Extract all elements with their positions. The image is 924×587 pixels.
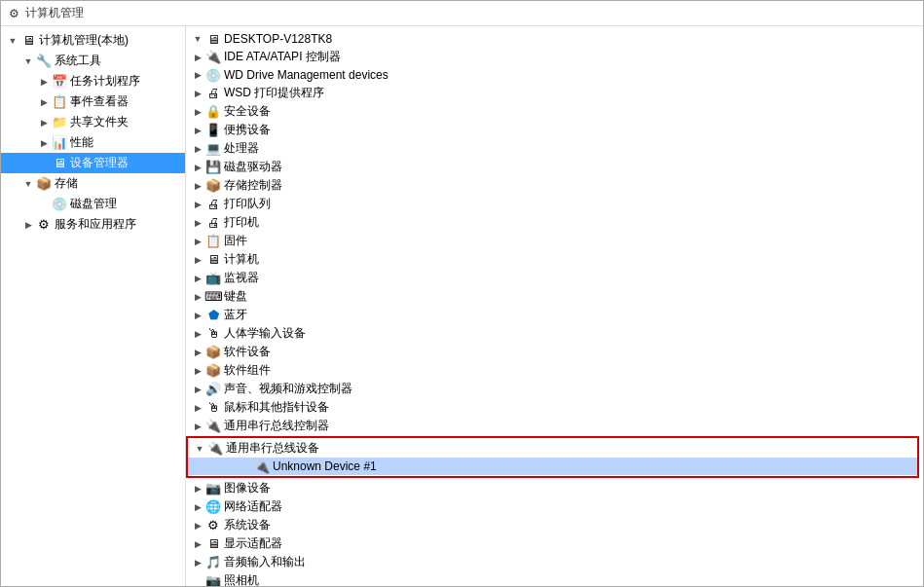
content-area: ▼ 🖥 计算机管理(本地) ▼ 🔧 系统工具 ▶ 📅 任务计划程序 ▶ 📋 事件… (1, 26, 923, 586)
ide-expand: ▶ (190, 50, 205, 65)
right-item-processor[interactable]: ▶ 💻 处理器 (186, 139, 923, 158)
storage-icon: 📦 (36, 176, 52, 192)
right-item-monitor[interactable]: ▶ 📺 监视器 (186, 269, 923, 287)
sound-expand: ▶ (190, 382, 205, 397)
camera-label: 照相机 (224, 572, 259, 586)
right-item-ide[interactable]: ▶ 🔌 IDE ATA/ATAPI 控制器 (186, 48, 923, 66)
printer-icon: 🖨 (205, 215, 221, 231)
security-icon: 🔒 (205, 104, 221, 120)
disk-drive-expand: ▶ (190, 160, 205, 175)
storage-ctrl-expand: ▶ (190, 178, 205, 194)
right-item-wsd[interactable]: ▶ 🖨 WSD 打印提供程序 (186, 84, 923, 102)
title-bar-icon: ⚙ (9, 7, 19, 20)
right-item-display[interactable]: ▶ 🖥 显示适配器 (186, 534, 923, 553)
right-item-computer[interactable]: ▶ 🖥 计算机 (186, 250, 923, 269)
right-item-image[interactable]: ▶ 📷 图像设备 (186, 479, 923, 497)
shared-icon: 📁 (52, 115, 67, 130)
right-item-printer[interactable]: ▶ 🖨 打印机 (186, 213, 923, 232)
disk-label: 磁盘管理 (70, 196, 117, 212)
right-item-unknown-device[interactable]: 🔌 Unknown Device #1 (188, 458, 917, 475)
left-item-event-viewer[interactable]: ▶ 📋 事件查看器 (1, 92, 185, 112)
usb-bus-icon: 🔌 (207, 441, 223, 457)
right-item-sound[interactable]: ▶ 🔊 声音、视频和游戏控制器 (186, 380, 923, 398)
unknown-device-icon: 🔌 (254, 459, 270, 474)
printer-label: 打印机 (224, 214, 259, 231)
processor-icon: 💻 (205, 141, 221, 157)
event-expand: ▶ (36, 94, 52, 110)
right-item-sys-device[interactable]: ▶ ⚙ 系统设备 (186, 516, 923, 534)
computer-label: 计算机 (224, 251, 259, 268)
left-item-storage[interactable]: ▼ 📦 存储 (1, 173, 185, 194)
right-computer-icon: 🖥 (205, 252, 221, 268)
right-item-firmware[interactable]: ▶ 📋 固件 (186, 232, 923, 250)
right-item-keyboard[interactable]: ▶ ⌨ 键盘 (186, 287, 923, 306)
right-item-usb-bus[interactable]: ▼ 🔌 通用串行总线设备 (188, 439, 917, 458)
left-root-item[interactable]: ▼ 🖥 计算机管理(本地) (1, 30, 185, 51)
display-icon: 🖥 (205, 536, 221, 552)
right-item-disk-drive[interactable]: ▶ 💾 磁盘驱动器 (186, 158, 923, 176)
right-item-wd[interactable]: ▶ 💿 WD Drive Management devices (186, 66, 923, 84)
left-item-services[interactable]: ▶ ⚙ 服务和应用程序 (1, 214, 185, 235)
right-root-label: DESKTOP-V128TK8 (224, 32, 332, 46)
right-item-security[interactable]: ▶ 🔒 安全设备 (186, 102, 923, 121)
camera-icon: 📷 (205, 573, 221, 587)
perf-label: 性能 (70, 134, 93, 151)
title-bar: ⚙ 计算机管理 (1, 1, 923, 26)
title-bar-text: 计算机管理 (25, 5, 84, 21)
right-item-usb-ctrl[interactable]: ▶ 🔌 通用串行总线控制器 (186, 417, 923, 435)
soft-device-expand: ▶ (190, 345, 205, 360)
security-label: 安全设备 (224, 103, 271, 120)
right-item-print-queue[interactable]: ▶ 🖨 打印队列 (186, 195, 923, 213)
usb-bus-highlight-box: ▼ 🔌 通用串行总线设备 🔌 Unknown Device #1 (186, 436, 919, 478)
sys-device-icon: ⚙ (205, 518, 221, 533)
devmgr-expand (36, 156, 52, 171)
soft-component-icon: 📦 (205, 363, 221, 379)
usb-ctrl-icon: 🔌 (205, 419, 221, 434)
right-item-portable[interactable]: ▶ 📱 便携设备 (186, 121, 923, 139)
network-expand: ▶ (190, 499, 205, 515)
left-item-system-tools[interactable]: ▼ 🔧 系统工具 (1, 51, 185, 71)
right-item-audio-io[interactable]: ▶ 🎵 音频输入和输出 (186, 553, 923, 571)
disk-drive-label: 磁盘驱动器 (224, 159, 282, 175)
right-item-storage-ctrl[interactable]: ▶ 📦 存储控制器 (186, 176, 923, 195)
storage-ctrl-label: 存储控制器 (224, 177, 282, 194)
storage-expand: ▼ (20, 176, 36, 192)
audio-io-expand: ▶ (190, 555, 205, 570)
left-item-performance[interactable]: ▶ 📊 性能 (1, 132, 185, 153)
wd-label: WD Drive Management devices (224, 68, 388, 82)
portable-label: 便携设备 (224, 122, 271, 138)
processor-label: 处理器 (224, 140, 259, 157)
print-queue-expand: ▶ (190, 197, 205, 212)
right-root[interactable]: ▼ 🖥 DESKTOP-V128TK8 (186, 30, 923, 48)
left-item-disk-manager[interactable]: 💿 磁盘管理 (1, 194, 185, 214)
wsd-icon: 🖨 (205, 86, 221, 101)
image-icon: 📷 (205, 481, 221, 496)
left-item-device-manager[interactable]: 🖥 设备管理器 (1, 153, 185, 173)
left-item-shared-folders[interactable]: ▶ 📁 共享文件夹 (1, 112, 185, 132)
network-label: 网络适配器 (224, 498, 282, 515)
computer-expand: ▶ (190, 252, 205, 268)
shared-label: 共享文件夹 (70, 114, 129, 130)
right-item-camera[interactable]: 📷 照相机 (186, 571, 923, 586)
right-item-bluetooth[interactable]: ▶ ⬟ 蓝牙 (186, 306, 923, 324)
usb-ctrl-label: 通用串行总线控制器 (224, 418, 329, 434)
audio-io-icon: 🎵 (205, 555, 221, 570)
usb-bus-label: 通用串行总线设备 (226, 440, 319, 457)
sound-label: 声音、视频和游戏控制器 (224, 381, 352, 397)
image-label: 图像设备 (224, 480, 271, 496)
usb-ctrl-expand: ▶ (190, 419, 205, 434)
storage-ctrl-icon: 📦 (205, 178, 221, 194)
computer-icon: 🖥 (20, 33, 36, 49)
services-icon: ⚙ (36, 217, 52, 233)
devmgr-icon: 🖥 (52, 156, 67, 171)
right-item-network[interactable]: ▶ 🌐 网络适配器 (186, 497, 923, 516)
mouse-icon: 🖱 (205, 400, 221, 416)
wsd-expand: ▶ (190, 86, 205, 101)
right-item-mouse[interactable]: ▶ 🖱 鼠标和其他指针设备 (186, 398, 923, 417)
right-item-soft-device[interactable]: ▶ 📦 软件设备 (186, 343, 923, 361)
right-item-hid[interactable]: ▶ 🖱 人体学输入设备 (186, 324, 923, 343)
portable-expand: ▶ (190, 123, 205, 138)
right-item-soft-component[interactable]: ▶ 📦 软件组件 (186, 361, 923, 380)
left-item-task-scheduler[interactable]: ▶ 📅 任务计划程序 (1, 71, 185, 92)
mouse-expand: ▶ (190, 400, 205, 416)
